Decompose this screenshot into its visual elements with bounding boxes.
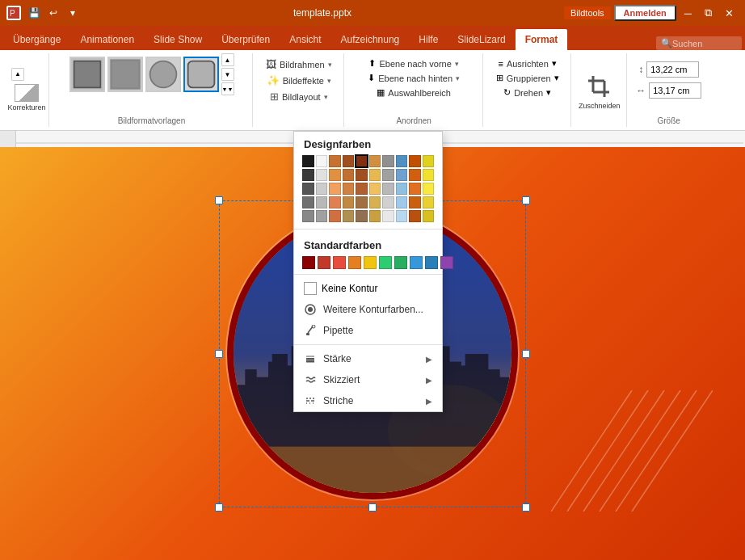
handle-ml[interactable] <box>215 350 223 358</box>
color-swatch-d5[interactable] <box>356 155 368 167</box>
std-color-4[interactable] <box>348 256 361 269</box>
cs-r4-6[interactable] <box>369 196 381 208</box>
cs-r2-8[interactable] <box>396 169 408 181</box>
cs-r4-3[interactable] <box>329 196 341 208</box>
cs-r2-2[interactable] <box>316 169 328 181</box>
color-swatch-d3[interactable] <box>329 155 341 167</box>
width-input[interactable] <box>649 82 701 99</box>
tab-slideshow[interactable]: Slide Show <box>144 29 212 50</box>
img-style-4[interactable] <box>183 57 219 92</box>
cs-r3-5[interactable] <box>356 183 368 195</box>
tab-animationen[interactable]: Animationen <box>70 29 144 50</box>
height-input[interactable] <box>646 61 699 78</box>
ebene-hinten-btn[interactable]: ⬇ Ebene nach hinten ▾ <box>363 71 465 85</box>
color-swatch-black[interactable] <box>302 155 314 167</box>
cs-r3-4[interactable] <box>343 183 355 195</box>
cs-r2-5[interactable] <box>356 169 368 181</box>
color-swatch-d8[interactable] <box>396 155 408 167</box>
cs-r4-8[interactable] <box>396 196 408 208</box>
gruppieren-btn[interactable]: ⊞ Gruppieren ▾ <box>491 71 564 85</box>
search-box[interactable]: 🔍 <box>656 36 742 50</box>
cs-r5-2[interactable] <box>316 210 328 222</box>
cs-r5-8[interactable] <box>396 210 408 222</box>
scroll-up-btn[interactable]: ▲ <box>11 68 24 81</box>
cs-r4-4[interactable] <box>343 196 355 208</box>
cs-r5-10[interactable] <box>423 210 435 222</box>
cs-r3-10[interactable] <box>423 183 435 195</box>
minimize-button[interactable]: ─ <box>680 7 697 19</box>
restore-button[interactable]: ⧉ <box>700 6 717 19</box>
cs-r5-9[interactable] <box>409 210 421 222</box>
tab-format[interactable]: Format <box>516 29 568 50</box>
close-button[interactable]: ✕ <box>720 7 739 19</box>
cs-r3-2[interactable] <box>316 183 328 195</box>
color-swatch-d7[interactable] <box>382 155 394 167</box>
cs-r4-9[interactable] <box>409 196 421 208</box>
img-style-2[interactable] <box>107 57 143 92</box>
search-input[interactable] <box>672 39 737 48</box>
img-styles-expand[interactable]: ▼▼ <box>221 82 234 95</box>
cs-r4-1[interactable] <box>302 196 314 208</box>
cs-r5-7[interactable] <box>382 210 394 222</box>
cs-r4-5[interactable] <box>356 196 368 208</box>
weitere-farben-item[interactable]: Weitere Konturfarben... <box>294 299 442 320</box>
keine-kontur-item[interactable]: Keine Kontur <box>294 278 442 299</box>
tab-slidelizard[interactable]: SlideLizard <box>448 29 515 50</box>
handle-tr[interactable] <box>522 196 530 204</box>
handle-bl[interactable] <box>215 503 223 512</box>
cs-r3-7[interactable] <box>382 183 394 195</box>
cs-r2-10[interactable] <box>423 169 435 181</box>
cs-r2-3[interactable] <box>329 169 341 181</box>
tab-ueberpruefen[interactable]: Überprüfen <box>212 29 280 50</box>
img-styles-up[interactable]: ▲ <box>221 53 234 66</box>
cs-r4-7[interactable] <box>382 196 394 208</box>
undo-qat-btn[interactable]: ↩ <box>45 5 61 21</box>
std-color-9[interactable] <box>425 256 438 269</box>
std-color-3[interactable] <box>333 256 346 269</box>
cs-r3-1[interactable] <box>302 183 314 195</box>
handle-bc[interactable] <box>368 503 377 512</box>
tab-hilfe[interactable]: Hilfe <box>409 29 448 50</box>
img-styles-down[interactable]: ▼ <box>221 68 234 81</box>
skizziert-item[interactable]: Skizziert ▶ <box>294 369 442 390</box>
cs-r2-7[interactable] <box>382 169 394 181</box>
cs-r2-4[interactable] <box>343 169 355 181</box>
cs-r5-5[interactable] <box>356 210 368 222</box>
cs-r2-1[interactable] <box>302 169 314 181</box>
staerke-item[interactable]: Stärke ▶ <box>294 348 442 369</box>
save-qat-btn[interactable]: 💾 <box>26 5 42 21</box>
handle-mr[interactable] <box>522 350 530 358</box>
bildlayout-button[interactable]: ⊞ Bildlayout ▾ <box>265 89 333 104</box>
ausrichten-btn[interactable]: ≡ Ausrichten ▾ <box>493 57 561 70</box>
color-swatch-d9[interactable] <box>409 155 421 167</box>
cs-r3-9[interactable] <box>409 183 421 195</box>
std-color-2[interactable] <box>318 256 330 269</box>
cs-r3-3[interactable] <box>329 183 341 195</box>
cs-r2-6[interactable] <box>369 169 381 181</box>
bildrahmen-button[interactable]: 🖼 Bildrahmen ▾ <box>261 57 337 72</box>
cs-r5-6[interactable] <box>369 210 381 222</box>
tab-uebergaenge[interactable]: Übergänge <box>3 29 70 50</box>
auswahlbereich-btn[interactable]: ▦ Auswahlbereich <box>372 86 456 99</box>
std-color-7[interactable] <box>394 256 407 269</box>
img-style-1[interactable] <box>69 57 105 92</box>
drehen-btn[interactable]: ↻ Drehen ▾ <box>499 86 556 99</box>
handle-tl[interactable] <box>215 196 223 204</box>
cs-r5-1[interactable] <box>302 210 314 222</box>
handle-br[interactable] <box>522 503 530 512</box>
cs-r4-2[interactable] <box>316 196 328 208</box>
cs-r4-10[interactable] <box>423 196 435 208</box>
ebene-vorne-btn[interactable]: ⬆ Ebene nach vorne ▾ <box>364 57 463 70</box>
color-swatch-d4[interactable] <box>343 155 355 167</box>
cs-r3-6[interactable] <box>369 183 381 195</box>
cs-r2-9[interactable] <box>409 169 421 181</box>
std-color-1[interactable] <box>302 256 315 269</box>
customize-qat-btn[interactable]: ▾ <box>65 5 81 21</box>
zuschneiden-btn[interactable]: Zuschneiden <box>579 72 620 112</box>
color-swatch-white[interactable] <box>316 155 328 167</box>
std-color-10[interactable] <box>440 256 453 269</box>
img-style-3[interactable] <box>145 57 181 92</box>
tab-aufzeichnung[interactable]: Aufzeichnung <box>331 29 410 50</box>
tab-ansicht[interactable]: Ansicht <box>280 29 330 50</box>
corrections-btn[interactable]: Korrekturen <box>11 82 42 113</box>
